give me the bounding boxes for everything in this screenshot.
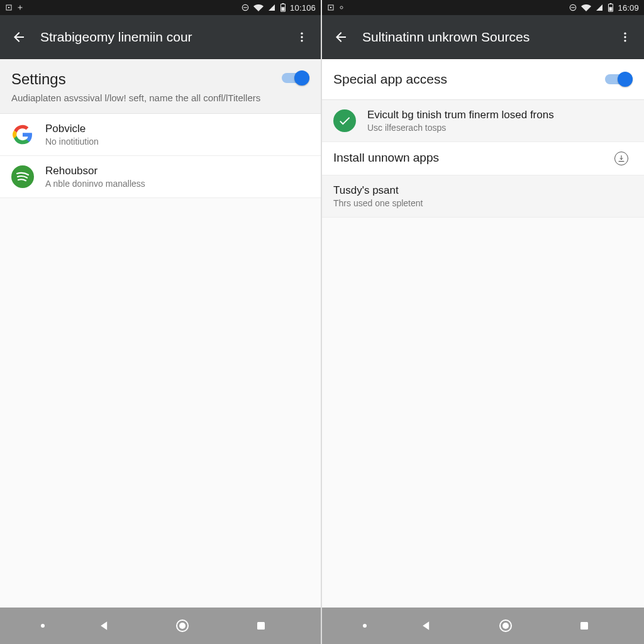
nav-back-button[interactable]: [408, 613, 445, 638]
battery-icon: [608, 3, 614, 12]
tusdy-row[interactable]: Tusdy's psant Thrs used one spletent: [322, 175, 644, 218]
svg-point-10: [179, 623, 186, 629]
plus-icon: [16, 4, 24, 11]
app-item-google[interactable]: Pobvicle No inotitiution: [0, 114, 321, 156]
status-time: 10:106: [290, 3, 316, 13]
app-indicator-icon: [327, 4, 335, 11]
cellular-icon: [595, 4, 604, 11]
check-circle-icon: [333, 109, 356, 132]
do-not-disturb-icon: [241, 3, 250, 12]
trusted-source-row[interactable]: Evicult bg tinish trum finerm losed fron…: [322, 100, 644, 142]
app-item-spotify[interactable]: Rehoubsor A nble doninvo manalless: [0, 156, 321, 198]
phone-left: 10:106 Strabigeomy linemiin cour Setting…: [0, 0, 322, 644]
content-area: Special app access Evicult bg tinish tru…: [322, 59, 644, 608]
appbar-title: Strabigeomy linemiin cour: [40, 30, 280, 45]
back-button[interactable]: [10, 28, 28, 46]
svg-point-23: [502, 623, 509, 629]
install-unknown-apps-row[interactable]: Install unnown apps: [322, 142, 644, 175]
content-area: Settings Audiaplaten asvssival l/low! se…: [0, 59, 321, 608]
list-item-title: Rehoubsor: [45, 165, 309, 177]
small-circle-icon: [338, 4, 345, 11]
svg-point-21: [624, 40, 626, 42]
svg-point-7: [301, 36, 303, 38]
circle-home-icon: [498, 618, 513, 633]
status-bar: 10:106: [0, 0, 321, 15]
list-item-sub: Usc ilfeserach tosps: [367, 123, 633, 133]
nav-back-button[interactable]: [86, 613, 123, 638]
svg-rect-5: [282, 7, 285, 11]
navigation-bar: [322, 608, 644, 644]
more-vert-icon: [296, 31, 308, 43]
nav-dot-icon: [41, 624, 45, 628]
svg-point-8: [301, 40, 303, 42]
list-item-sub: A nble doninvo manalless: [45, 179, 309, 189]
status-time: 16:09: [618, 3, 639, 13]
square-recents-icon: [579, 620, 590, 631]
svg-rect-11: [257, 622, 265, 630]
settings-title: Settings: [11, 70, 274, 88]
nav-home-button[interactable]: [487, 613, 525, 638]
list-item-sub: Thrs used one spletent: [333, 198, 633, 208]
special-access-header[interactable]: Special app access: [322, 59, 644, 100]
square-recents-icon: [255, 620, 267, 631]
svg-rect-1: [8, 7, 9, 8]
triangle-back-icon: [420, 619, 433, 632]
nav-dot-icon: [363, 624, 367, 628]
back-button[interactable]: [332, 28, 350, 46]
nav-recents-button[interactable]: [242, 613, 280, 638]
svg-rect-4: [282, 3, 284, 4]
svg-point-20: [624, 36, 626, 38]
settings-subtitle: Audiaplaten asvssival l/low! seft, name …: [11, 92, 274, 104]
more-vert-icon: [619, 31, 631, 43]
app-bar: Sultinatinn unkrown Sources: [322, 15, 644, 59]
overflow-button[interactable]: [293, 28, 311, 46]
section-title: Special app access: [333, 72, 597, 87]
special-access-toggle[interactable]: [605, 72, 633, 87]
svg-point-6: [301, 32, 303, 34]
download-info-icon: [614, 152, 628, 165]
overflow-button[interactable]: [616, 28, 634, 46]
svg-rect-18: [609, 7, 613, 11]
google-icon: [11, 123, 34, 146]
nav-recents-button[interactable]: [565, 613, 603, 638]
nav-home-button[interactable]: [164, 613, 201, 638]
arrow-left-icon: [333, 30, 348, 45]
app-bar: Strabigeomy linemiin cour: [0, 15, 321, 59]
list-item-title: Evicult bg tinish trum finerm losed fron…: [367, 109, 633, 121]
svg-rect-24: [580, 622, 588, 630]
do-not-disturb-icon: [569, 3, 577, 12]
svg-rect-13: [330, 7, 331, 8]
svg-point-14: [340, 6, 343, 9]
triangle-back-icon: [98, 619, 111, 632]
list-item-title: Pobvicle: [45, 123, 309, 135]
list-item-title: Install unnown apps: [333, 151, 599, 165]
status-bar: 16:09: [322, 0, 644, 15]
navigation-bar: [0, 608, 321, 644]
svg-rect-17: [610, 3, 612, 4]
spotify-icon: [11, 165, 34, 188]
app-indicator-icon: [5, 4, 13, 11]
phone-right: 16:09 Sultinatinn unkrown Sources Specia…: [322, 0, 644, 644]
cellular-icon: [267, 4, 276, 11]
wifi-icon: [581, 4, 591, 11]
circle-home-icon: [175, 618, 190, 633]
appbar-title: Sultinatinn unkrown Sources: [362, 30, 604, 45]
arrow-left-icon: [11, 30, 26, 45]
wifi-icon: [253, 4, 264, 11]
list-item-sub: No inotitiution: [45, 136, 309, 147]
settings-master-toggle[interactable]: [282, 70, 309, 86]
svg-point-19: [624, 32, 626, 34]
battery-icon: [280, 3, 286, 12]
settings-header[interactable]: Settings Audiaplaten asvssival l/low! se…: [0, 59, 321, 114]
list-item-title: Tusdy's psant: [333, 184, 633, 197]
